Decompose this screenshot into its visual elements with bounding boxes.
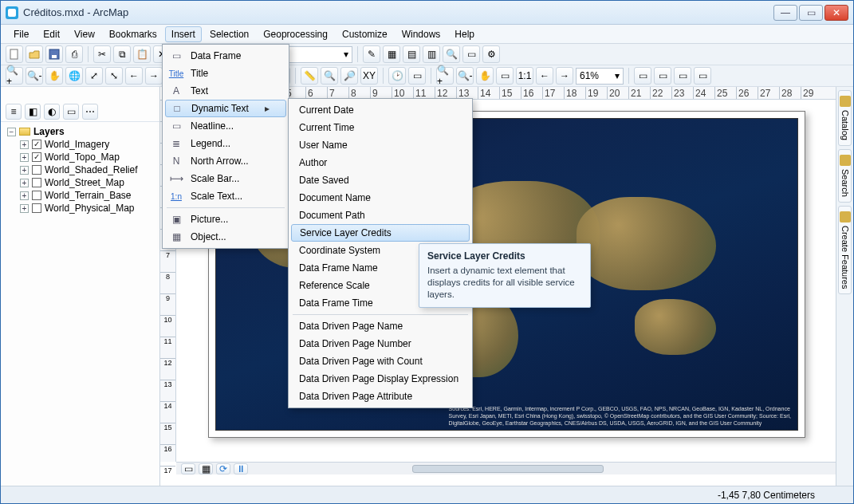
submenu-item-service-layer-credits[interactable]: Service Layer Credits <box>291 224 470 242</box>
layout-view-button[interactable]: ▦ <box>199 463 213 474</box>
menu-item-object-[interactable]: ▦ Object... <box>165 228 286 246</box>
submenu-item-data-driven-page-with-count[interactable]: Data Driven Page with Count <box>291 352 470 370</box>
layout-back-button[interactable]: ← <box>536 67 553 85</box>
submenu-item-author[interactable]: Author <box>291 154 470 171</box>
change-layout-button[interactable]: ▭ <box>674 67 691 85</box>
menu-geoprocessing[interactable]: Geoprocessing <box>257 26 334 42</box>
zoom-in-button[interactable]: 🔍+ <box>6 67 23 85</box>
expand-icon[interactable]: + <box>20 191 29 200</box>
layout-pan-button[interactable]: ✋ <box>476 67 494 85</box>
expand-icon[interactable]: + <box>20 179 29 187</box>
menu-help[interactable]: Help <box>448 26 481 42</box>
menu-bookmarks[interactable]: Bookmarks <box>103 26 163 42</box>
menu-item-picture-[interactable]: ▣ Picture... <box>165 211 286 228</box>
expand-icon[interactable]: + <box>20 140 29 149</box>
submenu-item-current-date[interactable]: Current Date <box>291 101 470 119</box>
layer-row[interactable]: + World_Imagery <box>4 138 156 151</box>
find-route-button[interactable]: 🔎 <box>340 67 358 85</box>
menu-item-scale-text-[interactable]: 1:n Scale Text... <box>165 187 286 205</box>
scrollbar-thumb[interactable] <box>412 465 604 473</box>
layer-checkbox[interactable] <box>32 140 41 149</box>
minimize-button[interactable]: — <box>773 5 797 21</box>
forward-extent-button[interactable]: → <box>145 67 163 85</box>
menu-item-north-arrow-[interactable]: N North Arrow... <box>165 152 286 170</box>
menu-edit[interactable]: Edit <box>37 26 66 42</box>
layer-checkbox[interactable] <box>32 203 41 213</box>
menu-item-neatline-[interactable]: ▭ Neatline... <box>165 117 286 135</box>
layer-checkbox[interactable] <box>32 191 41 200</box>
save-button[interactable] <box>45 45 63 63</box>
toc-button[interactable]: ▤ <box>403 45 420 63</box>
menu-item-dynamic-text[interactable]: □ Dynamic Text ▸ <box>165 100 286 117</box>
layer-row[interactable]: + World_Terrain_Base <box>4 189 156 202</box>
menu-item-title[interactable]: Title Title <box>165 65 286 82</box>
submenu-item-document-path[interactable]: Document Path <box>291 207 470 224</box>
back-extent-button[interactable]: ← <box>125 67 143 85</box>
time-slider-button[interactable]: 🕑 <box>388 67 406 85</box>
layer-checkbox[interactable] <box>32 165 41 175</box>
editor-toolbar-button[interactable]: ✎ <box>363 45 380 63</box>
toc-options-button[interactable]: ⋯ <box>82 104 98 120</box>
pan-button[interactable]: ✋ <box>45 67 63 85</box>
submenu-item-data-driven-page-attribute[interactable]: Data Driven Page Attribute <box>291 388 470 405</box>
menu-view[interactable]: View <box>68 26 101 42</box>
maximize-button[interactable]: ▭ <box>799 5 823 21</box>
data-view-button[interactable]: ▭ <box>181 463 195 474</box>
data-driven-pages-button[interactable]: ▭ <box>694 67 711 85</box>
menu-item-text[interactable]: A Text <box>165 82 286 100</box>
collapse-icon[interactable]: − <box>7 128 16 136</box>
layout-zoom-combo[interactable]: 61%▾ <box>576 68 624 85</box>
menu-file[interactable]: File <box>7 26 35 42</box>
fixed-zoom-out-button[interactable]: ⤡ <box>105 67 123 85</box>
cut-button[interactable]: ✂ <box>93 45 111 63</box>
table-button[interactable]: ▦ <box>383 45 400 63</box>
expand-icon[interactable]: + <box>20 204 29 213</box>
submenu-item-data-driven-page-name[interactable]: Data Driven Page Name <box>291 317 470 335</box>
layer-row[interactable]: + World_Physical_Map <box>4 202 156 215</box>
dock-tab-catalog[interactable]: Catalog <box>838 90 852 146</box>
list-by-visibility-button[interactable]: ◐ <box>44 104 60 120</box>
menu-item-data-frame[interactable]: ▭ Data Frame <box>165 47 286 65</box>
menu-item-legend-[interactable]: ≣ Legend... <box>165 135 286 152</box>
close-button[interactable]: ✕ <box>824 5 848 21</box>
python-button[interactable]: ▭ <box>462 45 480 63</box>
pause-button[interactable]: ⏸ <box>234 463 248 474</box>
horizontal-scrollbar[interactable]: ▭ ▦ ⟳ ⏸ <box>176 462 840 474</box>
dock-tab-create-features[interactable]: Create Features <box>838 206 852 294</box>
list-by-selection-button[interactable]: ▭ <box>63 104 79 120</box>
submenu-item-date-saved[interactable]: Date Saved <box>291 171 470 189</box>
new-button[interactable] <box>6 45 23 63</box>
layout-zoom-in-button[interactable]: 🔍+ <box>436 67 454 85</box>
model-builder-button[interactable]: ⚙ <box>482 45 500 63</box>
catalog-button[interactable]: ▥ <box>423 45 440 63</box>
copy-button[interactable]: ⧉ <box>113 45 131 63</box>
paste-button[interactable]: 📋 <box>133 45 151 63</box>
layer-checkbox[interactable] <box>32 178 41 187</box>
layer-checkbox[interactable] <box>32 152 41 162</box>
menu-item-scale-bar-[interactable]: ⟼ Scale Bar... <box>165 170 286 187</box>
layout-forward-button[interactable]: → <box>556 67 573 85</box>
list-by-drawing-order-button[interactable]: ≡ <box>6 104 22 120</box>
focus-dataframe-button[interactable]: ▭ <box>654 67 671 85</box>
find-button[interactable]: 🔍 <box>321 67 338 85</box>
submenu-item-document-name[interactable]: Document Name <box>291 189 470 207</box>
toggle-draft-button[interactable]: ▭ <box>634 67 651 85</box>
layout-zoom-out-button[interactable]: 🔍- <box>456 67 474 85</box>
refresh-button[interactable]: ⟳ <box>216 463 230 474</box>
expand-icon[interactable]: + <box>20 153 29 162</box>
expand-icon[interactable]: + <box>20 166 29 175</box>
menu-selection[interactable]: Selection <box>203 26 255 42</box>
goto-xy-button[interactable]: XY <box>360 67 378 85</box>
submenu-item-data-driven-page-display-expression[interactable]: Data Driven Page Display Expression <box>291 370 470 388</box>
menu-customize[interactable]: Customize <box>336 26 394 42</box>
layout-100-button[interactable]: 1:1 <box>516 67 533 85</box>
zoom-out-button[interactable]: 🔍- <box>26 67 43 85</box>
fixed-zoom-in-button[interactable]: ⤢ <box>85 67 103 85</box>
submenu-item-current-time[interactable]: Current Time <box>291 119 470 136</box>
create-viewer-button[interactable]: ▭ <box>408 67 426 85</box>
list-by-source-button[interactable]: ◧ <box>25 104 41 120</box>
layout-whole-page-button[interactable]: ▭ <box>496 67 514 85</box>
menu-insert[interactable]: Insert <box>165 26 202 42</box>
search-button[interactable]: 🔍 <box>443 45 460 63</box>
open-button[interactable] <box>26 45 43 63</box>
